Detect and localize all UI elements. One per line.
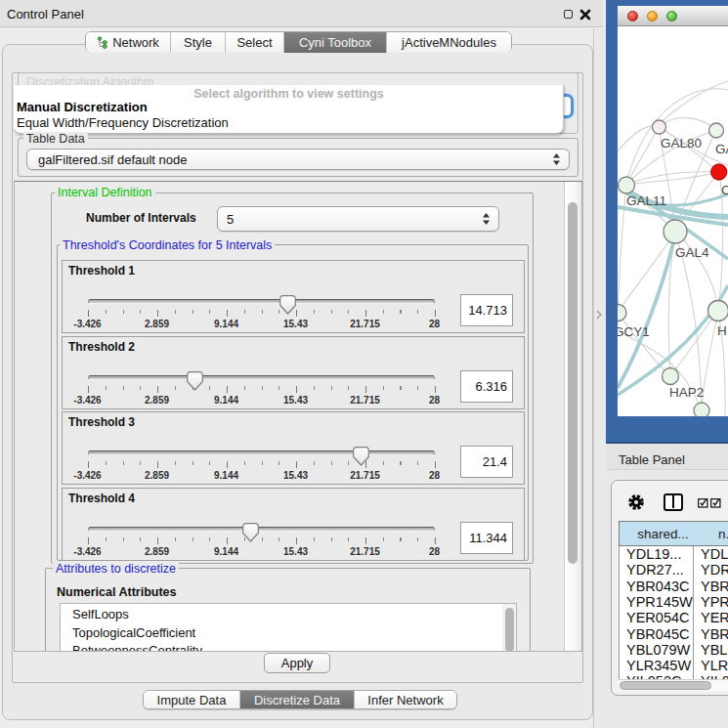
svg-text:HAP2: HAP2	[669, 385, 704, 400]
svg-text:C: C	[721, 183, 728, 197]
svg-text:H: H	[717, 323, 727, 338]
svg-text:GAL80: GAL80	[661, 136, 702, 150]
svg-text:GCY1: GCY1	[618, 324, 650, 339]
svg-text:GA: GA	[715, 142, 728, 156]
svg-text:GAL4: GAL4	[675, 245, 709, 260]
svg-text:GAL11: GAL11	[626, 193, 666, 208]
